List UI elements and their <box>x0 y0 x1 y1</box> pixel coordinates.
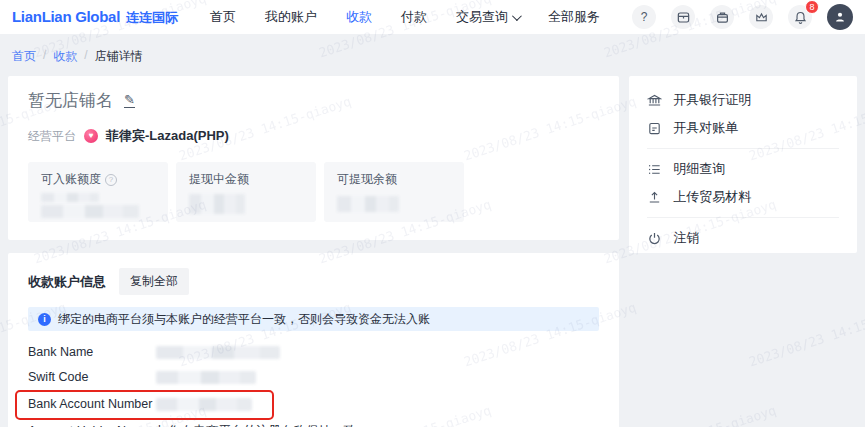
stat-credit-limit: 可入账额度 ? <box>28 162 168 222</box>
statement-icon <box>647 121 662 136</box>
masked-value <box>41 205 139 218</box>
breadcrumb-receive[interactable]: 收款 <box>53 48 77 65</box>
platform-notice-banner: i 绑定的电商平台须与本账户的经营平台一致，否则会导致资金无法入账 <box>28 307 599 331</box>
stat-withdrawing-amount: 提现中金额 <box>176 162 316 222</box>
masked-value <box>337 196 399 212</box>
action-label: 开具对账单 <box>673 119 738 137</box>
shop-name: 暂无店铺名 <box>28 89 113 112</box>
bank-icon <box>647 93 662 108</box>
receiving-account-card: 收款账户信息 复制全部 i 绑定的电商平台须与本账户的经营平台一致，否则会导致资… <box>8 253 619 427</box>
section-title: 收款账户信息 <box>28 273 106 291</box>
row-bank-account-number: Bank Account Number <box>28 397 599 411</box>
action-bank-certificate[interactable]: 开具银行证明 <box>647 86 839 114</box>
page-content: 暂无店铺名 ✎ 经营平台 ♥ 菲律宾-Lazada(PHP) 可入账额度 ? <box>0 76 865 427</box>
stat-withdrawable-balance: 可提现余额 <box>324 162 464 222</box>
row-label: Bank Account Number <box>28 397 156 411</box>
left-column: 暂无店铺名 ✎ 经营平台 ♥ 菲律宾-Lazada(PHP) 可入账额度 ? <box>8 76 619 427</box>
action-detail-query[interactable]: 明细查询 <box>647 155 839 183</box>
action-upload-trade-materials[interactable]: 上传贸易材料 <box>647 183 839 211</box>
info-icon: i <box>38 313 51 326</box>
notice-text: 绑定的电商平台须与本账户的经营平台一致，否则会导致资金无法入账 <box>58 311 430 328</box>
bell-icon[interactable]: 8 <box>788 5 812 29</box>
nav-item-pay[interactable]: 付款 <box>401 8 427 26</box>
help-icon[interactable]: ? <box>632 5 656 29</box>
question-circle-icon[interactable]: ? <box>105 174 117 186</box>
crown-icon[interactable] <box>749 5 773 29</box>
masked-value <box>41 193 99 202</box>
breadcrumb: 首页 / 收款 / 店铺详情 <box>0 34 865 76</box>
action-label: 注销 <box>673 229 699 247</box>
action-label: 明细查询 <box>673 160 725 178</box>
main-menu: 首页 我的账户 收款 付款 交易查询 全部服务 <box>210 8 600 26</box>
nav-item-transactions[interactable]: 交易查询 <box>456 8 519 26</box>
action-logout[interactable]: 注销 <box>647 224 839 252</box>
action-statement[interactable]: 开具对账单 <box>647 114 839 142</box>
divider <box>647 148 839 149</box>
divider <box>647 217 839 218</box>
logo-text-cn: 连连国际 <box>126 9 178 27</box>
power-icon <box>647 231 662 246</box>
platform-label: 经营平台 <box>28 128 76 145</box>
user-avatar[interactable] <box>827 4 853 30</box>
logo-text-en: LianLian Global <box>12 8 120 25</box>
row-label: Swift Code <box>28 370 156 384</box>
masked-value <box>156 371 256 384</box>
lianlian-logo[interactable]: LianLian Global 连连国际 <box>12 8 178 27</box>
briefcase-icon[interactable] <box>710 5 734 29</box>
breadcrumb-current: 店铺详情 <box>95 48 143 65</box>
stat-label: 提现中金额 <box>189 171 249 188</box>
upload-icon <box>647 190 662 205</box>
stats-row: 可入账额度 ? 提现中金额 可提现余额 <box>28 162 599 222</box>
action-label: 开具银行证明 <box>673 91 751 109</box>
breadcrumb-home[interactable]: 首页 <box>12 48 36 65</box>
nav-item-transactions-label: 交易查询 <box>456 8 508 26</box>
top-nav: LianLian Global 连连国际 首页 我的账户 收款 付款 交易查询 … <box>0 0 865 34</box>
shop-summary-card: 暂无店铺名 ✎ 经营平台 ♥ 菲律宾-Lazada(PHP) 可入账额度 ? <box>8 76 619 240</box>
row-label: Bank Name <box>28 345 156 359</box>
platform-value: 菲律宾-Lazada(PHP) <box>106 127 229 145</box>
wallet-icon[interactable] <box>671 5 695 29</box>
row-swift-code: Swift Code <box>28 370 599 384</box>
nav-item-home[interactable]: 首页 <box>210 8 236 26</box>
nav-utilities: ? 8 <box>632 4 853 30</box>
breadcrumb-separator: / <box>84 48 87 65</box>
masked-value <box>189 194 245 214</box>
breadcrumb-separator: / <box>43 48 46 65</box>
list-icon <box>647 162 662 177</box>
actions-card: 开具银行证明 开具对账单 明细查询 <box>629 76 857 253</box>
nav-item-my-account[interactable]: 我的账户 <box>265 8 317 26</box>
chevron-down-icon <box>512 11 522 21</box>
nav-item-all-services[interactable]: 全部服务 <box>548 8 600 26</box>
action-label: 上传贸易材料 <box>673 188 751 206</box>
stat-label: 可入账额度 <box>41 171 101 188</box>
row-bank-name: Bank Name <box>28 345 599 359</box>
edit-pencil-icon[interactable]: ✎ <box>124 93 135 108</box>
copy-all-button[interactable]: 复制全部 <box>119 268 189 295</box>
lazada-icon: ♥ <box>84 129 98 143</box>
masked-value <box>156 398 252 411</box>
row-value: 与您在电商平台的注册名称保持一致 <box>156 423 356 427</box>
notification-badge: 8 <box>805 0 819 14</box>
nav-item-receive[interactable]: 收款 <box>346 8 372 26</box>
masked-value <box>156 346 280 359</box>
stat-label: 可提现余额 <box>337 171 397 188</box>
